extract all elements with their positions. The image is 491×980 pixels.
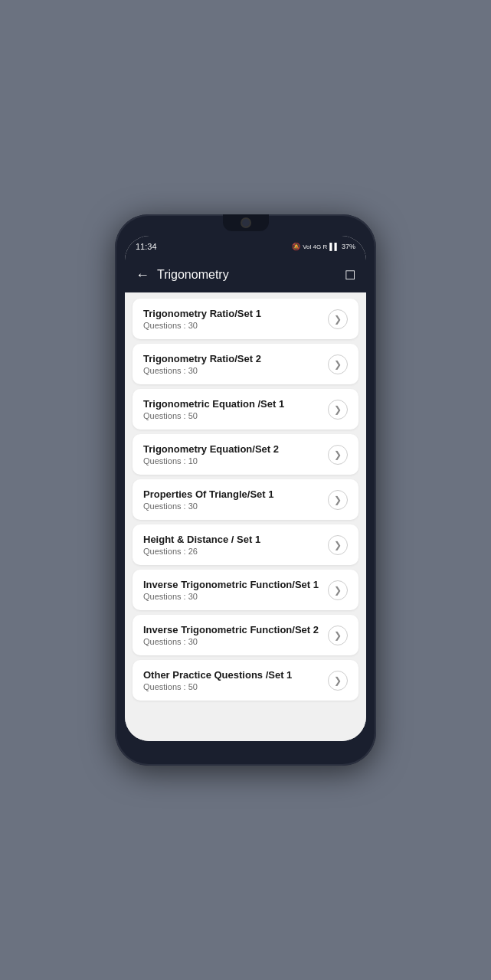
chevron-right-icon: ❯ xyxy=(328,671,348,691)
list-item[interactable]: Inverse Trigonometric Function/Set 1Ques… xyxy=(133,570,358,610)
top-bar: ← Trigonometry ☐ xyxy=(125,257,366,292)
chevron-right-icon: ❯ xyxy=(328,354,348,374)
camera-bump xyxy=(223,214,269,231)
list-item[interactable]: Trigonometry Equation/Set 2Questions : 1… xyxy=(133,434,358,475)
status-bar: 11:34 🔕 Vol 4G R ▌▌ 37% xyxy=(125,236,366,257)
list-item-title: Trigonometric Equation /Set 1 xyxy=(143,398,328,410)
list-item[interactable]: Trigonometric Equation /Set 1Questions :… xyxy=(133,389,358,430)
list-item-title: Other Practice Questions /Set 1 xyxy=(143,669,328,681)
list-item-title: Trigonometry Equation/Set 2 xyxy=(143,443,328,455)
list-item-subtitle: Questions : 26 xyxy=(143,547,328,556)
chevron-right-icon: ❯ xyxy=(328,535,348,555)
list-item-subtitle: Questions : 30 xyxy=(143,637,328,646)
camera-lens xyxy=(241,217,251,228)
list-item-text: Trigonometry Ratio/Set 1Questions : 30 xyxy=(143,308,328,330)
list-item[interactable]: Inverse Trigonometric Function/Set 2Ques… xyxy=(133,615,358,655)
chevron-right-icon: ❯ xyxy=(328,580,348,600)
battery-text: 37% xyxy=(342,243,355,250)
chevron-right-icon: ❯ xyxy=(328,626,348,645)
signal-bars: ▌▌ xyxy=(329,243,339,250)
bookmark-icon[interactable]: ☐ xyxy=(345,268,355,283)
list-item-text: Trigonometry Ratio/Set 2Questions : 30 xyxy=(143,353,328,375)
chevron-right-icon: ❯ xyxy=(328,400,348,420)
list-item-title: Properties Of Triangle/Set 1 xyxy=(143,488,328,500)
list-item-subtitle: Questions : 30 xyxy=(143,501,328,511)
list-item-text: Inverse Trigonometric Function/Set 1Ques… xyxy=(143,579,328,601)
list-item-title: Trigonometry Ratio/Set 1 xyxy=(143,308,328,319)
list-item-subtitle: Questions : 50 xyxy=(143,682,328,691)
list-item-text: Height & Distance / Set 1Questions : 26 xyxy=(143,534,328,556)
list-item-subtitle: Questions : 30 xyxy=(143,321,328,330)
content-area: Trigonometry Ratio/Set 1Questions : 30❯T… xyxy=(125,292,366,741)
chevron-right-icon: ❯ xyxy=(328,445,348,465)
list-item[interactable]: Trigonometry Ratio/Set 1Questions : 30❯ xyxy=(133,299,358,339)
list-item[interactable]: Height & Distance / Set 1Questions : 26❯ xyxy=(133,524,358,565)
list-item-subtitle: Questions : 30 xyxy=(143,366,328,375)
chevron-right-icon: ❯ xyxy=(328,490,348,510)
list-item-subtitle: Questions : 50 xyxy=(143,411,328,420)
chevron-right-icon: ❯ xyxy=(328,309,348,329)
list-item-title: Inverse Trigonometric Function/Set 2 xyxy=(143,624,328,635)
list-item[interactable]: Properties Of Triangle/Set 1Questions : … xyxy=(133,479,358,520)
list-item-text: Trigonometric Equation /Set 1Questions :… xyxy=(143,398,328,420)
list-item-text: Inverse Trigonometric Function/Set 2Ques… xyxy=(143,624,328,646)
list-item-title: Trigonometry Ratio/Set 2 xyxy=(143,353,328,364)
list-item-subtitle: Questions : 10 xyxy=(143,456,328,466)
phone-frame: 11:34 🔕 Vol 4G R ▌▌ 37% ← Trigonometry ☐… xyxy=(115,214,376,766)
top-bar-left: ← Trigonometry xyxy=(136,267,229,283)
list-item-text: Other Practice Questions /Set 1Questions… xyxy=(143,669,328,691)
network-text: Vol 4G R xyxy=(303,243,327,250)
back-button[interactable]: ← xyxy=(136,267,149,283)
page-title: Trigonometry xyxy=(157,268,229,282)
list-item-title: Height & Distance / Set 1 xyxy=(143,534,328,545)
list-item-text: Properties Of Triangle/Set 1Questions : … xyxy=(143,488,328,511)
list-item[interactable]: Other Practice Questions /Set 1Questions… xyxy=(133,660,358,701)
status-time: 11:34 xyxy=(136,242,157,251)
status-icons: 🔕 Vol 4G R ▌▌ 37% xyxy=(292,243,355,250)
list-item-subtitle: Questions : 30 xyxy=(143,592,328,601)
list-item-text: Trigonometry Equation/Set 2Questions : 1… xyxy=(143,443,328,466)
list-item[interactable]: Trigonometry Ratio/Set 2Questions : 30❯ xyxy=(133,344,358,384)
list-item-title: Inverse Trigonometric Function/Set 1 xyxy=(143,579,328,590)
phone-screen: 11:34 🔕 Vol 4G R ▌▌ 37% ← Trigonometry ☐… xyxy=(125,236,366,741)
signal-icon: 🔕 xyxy=(292,243,300,250)
